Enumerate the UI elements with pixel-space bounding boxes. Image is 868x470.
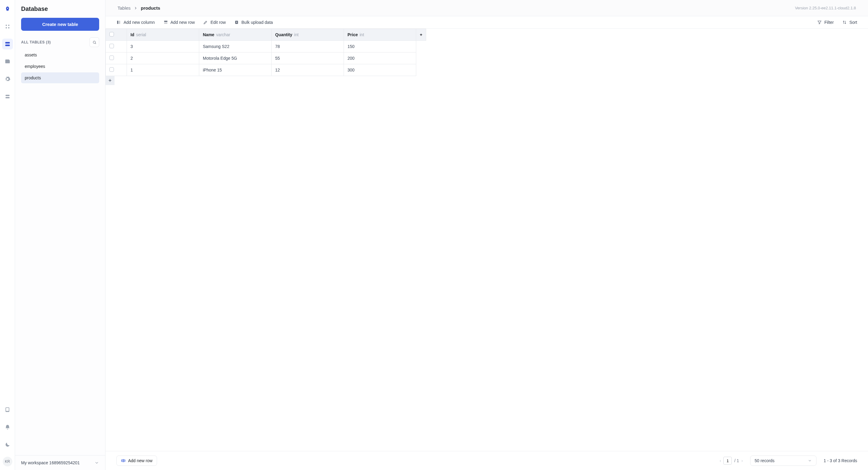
upload-icon bbox=[234, 20, 239, 25]
edit-row-label: Edit row bbox=[210, 20, 226, 25]
wallet-icon[interactable] bbox=[2, 56, 13, 67]
server-icon[interactable] bbox=[2, 91, 13, 102]
row-checkbox[interactable] bbox=[110, 67, 114, 72]
column-name: Price bbox=[347, 32, 358, 37]
add-row-icon bbox=[163, 20, 168, 25]
sort-button[interactable]: Sort bbox=[842, 20, 857, 25]
column-name: Id bbox=[130, 32, 134, 37]
svg-point-1 bbox=[8, 25, 9, 26]
svg-line-13 bbox=[95, 43, 96, 44]
breadcrumb-root[interactable]: Tables bbox=[118, 5, 130, 10]
column-name: Quantity bbox=[275, 32, 292, 37]
add-row-button[interactable]: Add new row bbox=[163, 20, 195, 25]
filter-icon bbox=[817, 20, 822, 25]
gear-icon[interactable] bbox=[2, 74, 13, 85]
moon-icon[interactable] bbox=[2, 439, 13, 450]
book-icon[interactable] bbox=[2, 404, 13, 415]
page-size-select[interactable]: 50 records bbox=[750, 456, 816, 466]
search-tables-button[interactable] bbox=[90, 37, 99, 47]
cell-id[interactable]: 3 bbox=[127, 41, 199, 53]
table-row[interactable]: 3 Samsung S22 78 150 bbox=[106, 41, 426, 53]
create-table-button[interactable]: Create new table bbox=[21, 18, 99, 31]
sidebar: Database Create new table ALL TABLES (3)… bbox=[15, 0, 105, 470]
table-area: Idserial Namevarchar Quantityint Pricein… bbox=[105, 29, 868, 451]
add-row-label: Add new row bbox=[170, 20, 195, 25]
svg-point-0 bbox=[5, 25, 7, 26]
svg-rect-5 bbox=[5, 45, 10, 46]
rocket-icon[interactable] bbox=[2, 4, 13, 14]
column-header-name[interactable]: Namevarchar bbox=[199, 29, 272, 41]
sort-label: Sort bbox=[849, 20, 857, 25]
user-avatar[interactable]: KR bbox=[3, 457, 12, 466]
cell-name[interactable]: iPhone 15 bbox=[199, 64, 272, 76]
column-header-price[interactable]: Priceint bbox=[344, 29, 416, 41]
cell-quantity[interactable]: 55 bbox=[272, 53, 344, 64]
search-icon bbox=[92, 40, 97, 45]
add-row-plus[interactable]: + bbox=[105, 76, 115, 85]
workspace-switcher[interactable]: My workspace 1689659254201 bbox=[15, 455, 105, 470]
plus-row-icon bbox=[121, 458, 126, 463]
svg-rect-17 bbox=[164, 23, 167, 24]
icon-rail: KR bbox=[0, 0, 15, 470]
records-info: 1 - 3 of 3 Records bbox=[824, 458, 857, 463]
database-icon[interactable] bbox=[2, 39, 13, 50]
svg-point-3 bbox=[8, 27, 9, 28]
chevron-down-icon bbox=[808, 459, 812, 463]
svg-rect-8 bbox=[5, 95, 9, 96]
page-size-label: 50 records bbox=[755, 458, 775, 463]
row-checkbox[interactable] bbox=[110, 56, 114, 60]
table-item-assets[interactable]: assets bbox=[21, 50, 99, 60]
svg-point-12 bbox=[93, 41, 96, 43]
cell-price[interactable]: 200 bbox=[344, 53, 416, 64]
breadcrumb-current: products bbox=[141, 5, 160, 10]
cell-price[interactable]: 300 bbox=[344, 64, 416, 76]
column-type: int bbox=[360, 32, 364, 37]
column-header-quantity[interactable]: Quantityint bbox=[272, 29, 344, 41]
cell-name[interactable]: Motorola Edge 5G bbox=[199, 53, 272, 64]
bulk-upload-button[interactable]: Bulk upload data bbox=[234, 20, 273, 25]
bell-icon[interactable] bbox=[2, 422, 13, 433]
svg-rect-15 bbox=[119, 21, 120, 24]
data-table: Idserial Namevarchar Quantityint Pricein… bbox=[105, 29, 426, 76]
table-item-employees[interactable]: employees bbox=[21, 61, 99, 72]
cell-quantity[interactable]: 78 bbox=[272, 41, 344, 53]
column-type: varchar bbox=[216, 32, 230, 37]
add-column-button[interactable]: Add new column bbox=[116, 20, 155, 25]
cell-price[interactable]: 150 bbox=[344, 41, 416, 53]
column-type: int bbox=[294, 32, 299, 37]
chevron-down-icon bbox=[94, 460, 99, 465]
table-row[interactable]: 1 iPhone 15 12 300 bbox=[106, 64, 426, 76]
pager-page-input[interactable] bbox=[723, 457, 732, 465]
svg-rect-4 bbox=[5, 42, 10, 43]
svg-point-10 bbox=[6, 95, 7, 96]
topbar: Tables products Version 2.25.0-ee2.11.1-… bbox=[105, 0, 868, 16]
chevron-right-icon bbox=[133, 6, 138, 10]
pager-total: / 1 bbox=[734, 458, 739, 463]
cell-id[interactable]: 2 bbox=[127, 53, 199, 64]
all-tables-label: ALL TABLES (3) bbox=[21, 40, 51, 45]
table-row[interactable]: 2 Motorola Edge 5G 55 200 bbox=[106, 53, 426, 64]
svg-rect-14 bbox=[117, 21, 119, 24]
version-label: Version 2.25.0-ee2.11.1-cloud2.1.8 bbox=[795, 6, 856, 10]
bulk-upload-label: Bulk upload data bbox=[241, 20, 273, 25]
edit-row-button[interactable]: Edit row bbox=[203, 20, 226, 25]
row-checkbox[interactable] bbox=[110, 44, 114, 48]
table-item-products[interactable]: products bbox=[21, 72, 99, 83]
add-column-icon bbox=[116, 20, 121, 25]
add-column-plus[interactable]: + bbox=[416, 29, 426, 41]
cell-name[interactable]: Samsung S22 bbox=[199, 41, 272, 53]
footer-add-row-button[interactable]: Add new row bbox=[116, 456, 157, 466]
filter-button[interactable]: Filter bbox=[817, 20, 834, 25]
column-header-id[interactable]: Idserial bbox=[127, 29, 199, 41]
breadcrumb: Tables products bbox=[118, 5, 160, 10]
cell-quantity[interactable]: 12 bbox=[272, 64, 344, 76]
sort-icon bbox=[842, 20, 847, 25]
select-all-checkbox[interactable] bbox=[110, 32, 114, 36]
table-footer: Add new row ‹ / 1 › 50 records 1 - 3 of … bbox=[105, 451, 868, 470]
table-list: assets employees products bbox=[21, 50, 99, 83]
apps-icon[interactable] bbox=[2, 21, 13, 32]
pager-prev[interactable]: ‹ bbox=[720, 458, 721, 463]
table-toolbar: Add new column Add new row Edit row Bulk… bbox=[105, 16, 868, 29]
pager-next[interactable]: › bbox=[741, 458, 743, 463]
cell-id[interactable]: 1 bbox=[127, 64, 199, 76]
